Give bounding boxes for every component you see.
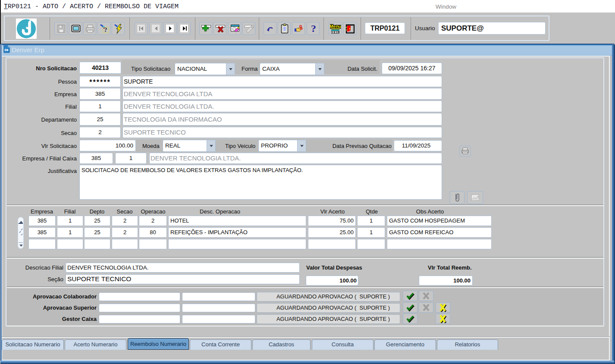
svg-text:?: ? — [104, 27, 107, 33]
svg-text:Menu: Menu — [330, 24, 341, 29]
svg-text:?: ? — [311, 23, 316, 34]
